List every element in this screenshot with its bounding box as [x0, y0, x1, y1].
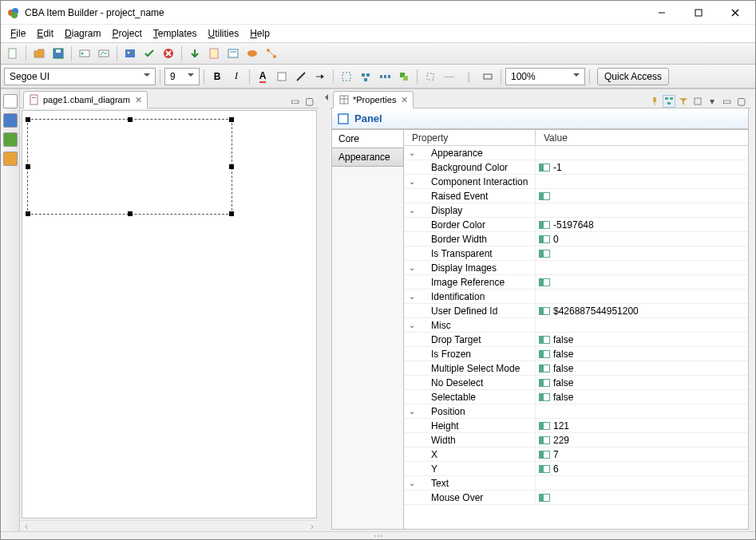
line-color-button[interactable] [292, 68, 310, 85]
prop-y[interactable]: Y6 [404, 462, 748, 476]
arrow-button[interactable] [311, 68, 329, 85]
vline-icon[interactable]: | [460, 68, 477, 85]
group-tool-icon[interactable] [395, 68, 413, 85]
resize-handle[interactable] [26, 117, 30, 122]
group-appearance[interactable]: ⌄Appearance [404, 146, 748, 160]
expand-icon[interactable]: ⌄ [407, 321, 417, 329]
properties-tab[interactable]: *Properties ✕ [333, 91, 414, 108]
min-icon[interactable]: ▭ [720, 95, 733, 108]
resize-handle[interactable] [229, 164, 234, 169]
expand-icon[interactable]: ⌄ [407, 148, 417, 157]
note-icon[interactable] [205, 45, 223, 62]
selected-panel-object[interactable] [27, 119, 232, 215]
quick-access-button[interactable]: Quick Access [597, 68, 669, 85]
menu-utilities[interactable]: Utilities [203, 26, 243, 41]
connect-icon[interactable] [263, 45, 280, 62]
open-icon[interactable] [30, 45, 48, 62]
prop-droptarget[interactable]: Drop Targetfalse [404, 333, 748, 347]
menu-templates[interactable]: Templates [148, 26, 202, 41]
check-icon[interactable] [141, 45, 158, 62]
expand-icon[interactable]: ⌄ [407, 263, 417, 272]
prop-imageref[interactable]: Image Reference [404, 275, 748, 290]
down-arrow-icon[interactable] [186, 45, 204, 62]
group-display[interactable]: ⌄Display [404, 203, 748, 218]
close-button[interactable] [717, 1, 754, 25]
prop-nodeselect[interactable]: No Deselectfalse [404, 376, 748, 390]
prop-bgcolor[interactable]: Background Color-1 [404, 160, 748, 175]
prop-bordercolor[interactable]: Border Color-5197648 [404, 218, 748, 232]
select-tool-icon[interactable] [338, 68, 355, 85]
resize-handle[interactable] [128, 117, 133, 122]
new-icon[interactable] [4, 45, 22, 62]
palette-item-3[interactable] [3, 132, 18, 147]
font-select[interactable]: Segoe UI [4, 68, 156, 85]
category-core[interactable]: Core [332, 130, 403, 148]
col-property[interactable]: Property [404, 130, 536, 145]
menu-help[interactable]: Help [245, 26, 275, 41]
expand-icon[interactable]: ⌄ [407, 206, 417, 215]
group-misc[interactable]: ⌄Misc [404, 318, 748, 333]
splitter[interactable] [319, 89, 330, 531]
expand-icon[interactable]: ⌄ [407, 177, 417, 186]
fill-color-button[interactable] [273, 68, 291, 85]
group-ident[interactable]: ⌄Identification [404, 290, 748, 304]
category-appearance[interactable]: Appearance [331, 148, 404, 167]
zoom-select[interactable]: 100% [505, 68, 585, 85]
palette-item-2[interactable] [3, 113, 18, 128]
prop-raisedevent[interactable]: Raised Event [404, 189, 748, 203]
maximize-view-icon[interactable]: ▢ [303, 95, 315, 108]
pin-icon[interactable] [648, 95, 661, 108]
max-icon[interactable]: ▢ [734, 95, 747, 108]
resize-handle[interactable] [229, 211, 234, 216]
prop-borderwidth[interactable]: Border Width0 [404, 232, 748, 246]
close-icon[interactable]: ✕ [135, 95, 142, 105]
resize-handle[interactable] [26, 164, 30, 169]
prop-x[interactable]: X7 [404, 447, 748, 462]
col-value[interactable]: Value [536, 130, 748, 145]
hline-icon[interactable]: — [441, 68, 458, 85]
group-text[interactable]: ⌄Text [404, 476, 748, 491]
titlebar[interactable]: CBA Item Builder - project_name [1, 1, 755, 25]
image-icon[interactable] [121, 45, 139, 62]
ellipse-icon[interactable] [243, 45, 261, 62]
resize-handle[interactable] [128, 211, 133, 216]
minimize-view-icon[interactable]: ▭ [288, 95, 301, 108]
editor-scrollbar[interactable]: ‹› [20, 520, 319, 531]
group-dispimg[interactable]: ⌄Display Images [404, 261, 748, 275]
palette-item-4[interactable] [3, 152, 18, 166]
group-position[interactable]: ⌄Position [404, 404, 748, 419]
rect-icon[interactable] [479, 68, 497, 85]
menu-project[interactable]: Project [107, 26, 146, 41]
menu-file[interactable]: File [6, 26, 30, 41]
menu-icon[interactable]: ▾ [706, 95, 718, 108]
prop-userid[interactable]: User Defined Id$426887544951200 [404, 304, 748, 318]
prop-selectable[interactable]: Selectablefalse [404, 390, 748, 404]
align-tool-icon[interactable] [357, 68, 374, 85]
prop-width[interactable]: Width229 [404, 433, 748, 447]
crop-tool-icon[interactable] [422, 68, 439, 85]
restore-icon[interactable] [691, 95, 704, 108]
bold-button[interactable]: B [208, 68, 226, 85]
size-select[interactable]: 9 [164, 68, 200, 85]
tool-icon-2[interactable] [95, 45, 113, 62]
minimize-button[interactable] [643, 1, 680, 25]
save-icon[interactable] [49, 45, 67, 62]
menu-edit[interactable]: Edit [32, 26, 58, 41]
close-icon[interactable]: ✕ [401, 95, 408, 105]
prop-mouseover[interactable]: Mouse Over [404, 491, 748, 505]
font-color-button[interactable]: A [254, 68, 271, 85]
expand-icon[interactable]: ⌄ [407, 292, 417, 301]
editor-tab[interactable]: page1.cbaml_diagram ✕ [23, 91, 148, 108]
filter-icon[interactable] [677, 95, 690, 108]
edit-icon[interactable] [224, 45, 242, 62]
italic-button[interactable]: I [228, 68, 245, 85]
expand-icon[interactable]: ⌄ [407, 479, 417, 487]
editor-canvas[interactable] [22, 110, 317, 518]
group-compint[interactable]: ⌄Component Interaction [404, 175, 748, 189]
distribute-tool-icon[interactable] [376, 68, 394, 85]
palette-item-1[interactable] [3, 94, 18, 108]
resize-handle[interactable] [229, 117, 234, 122]
error-icon[interactable] [160, 45, 177, 62]
expand-icon[interactable]: ⌄ [407, 407, 417, 416]
tool-icon-1[interactable] [76, 45, 93, 62]
